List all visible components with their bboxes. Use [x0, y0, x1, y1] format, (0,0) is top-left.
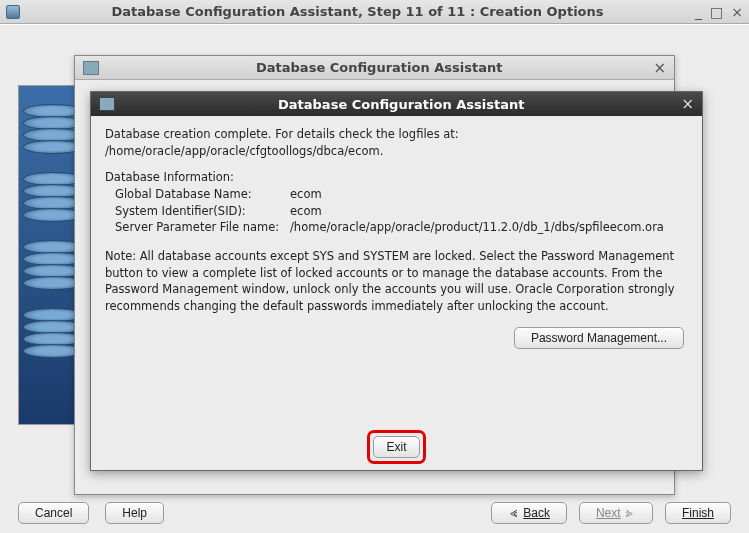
close-button[interactable]: × — [731, 4, 743, 20]
info-row: System Identifier(SID): ecom — [105, 203, 688, 220]
outer-window-body: Database Configuration Assistant × ... D… — [0, 24, 749, 533]
finish-button[interactable]: Finish — [665, 502, 731, 524]
next-arrow-icon: ⪢ — [624, 506, 636, 520]
maximize-button[interactable]: □ — [710, 4, 723, 20]
completion-dialog: Database Configuration Assistant × Datab… — [90, 91, 703, 471]
dialog-icon — [99, 97, 115, 111]
completion-message-line1: Database creation complete. For details … — [105, 126, 688, 143]
completion-dialog-titlebar: Database Configuration Assistant × — [91, 92, 702, 116]
back-button[interactable]: ⪡ Back — [491, 502, 567, 524]
database-info-header: Database Information: — [105, 169, 688, 186]
help-button[interactable]: Help — [105, 502, 164, 524]
outer-window-title: Database Configuration Assistant, Step 1… — [20, 4, 695, 19]
app-icon — [6, 5, 20, 19]
completion-message-line2: /home/oracle/app/oracle/cfgtoollogs/dbca… — [105, 143, 688, 160]
info-row: Server Parameter File name: /home/oracle… — [105, 219, 688, 236]
info-value: /home/oracle/app/oracle/product/11.2.0/d… — [290, 219, 664, 236]
info-label: System Identifier(SID): — [105, 203, 290, 220]
window-controls: _ □ × — [695, 4, 743, 20]
info-row: Global Database Name: ecom — [105, 186, 688, 203]
exit-button[interactable]: Exit — [373, 436, 419, 458]
completion-dialog-title: Database Configuration Assistant — [121, 97, 681, 112]
minimize-button[interactable]: _ — [695, 4, 702, 20]
note-text: Note: All database accounts except SYS a… — [105, 248, 688, 315]
progress-dialog-close-button[interactable]: × — [653, 59, 666, 77]
cancel-button[interactable]: Cancel — [18, 502, 89, 524]
back-arrow-icon: ⪡ — [508, 506, 520, 520]
next-button[interactable]: Next ⪢ — [579, 502, 653, 524]
progress-dialog-title: Database Configuration Assistant — [105, 60, 653, 75]
progress-dialog-titlebar: Database Configuration Assistant × — [75, 56, 674, 80]
completion-dialog-close-button[interactable]: × — [681, 95, 694, 113]
dialog-icon — [83, 61, 99, 75]
wizard-nav-bar: Cancel Help ⪡ Back Next ⪢ Finish — [18, 502, 731, 524]
info-label: Server Parameter File name: — [105, 219, 290, 236]
info-value: ecom — [290, 203, 322, 220]
outer-window-titlebar: Database Configuration Assistant, Step 1… — [0, 0, 749, 24]
info-label: Global Database Name: — [105, 186, 290, 203]
exit-highlight: Exit — [367, 430, 425, 464]
info-value: ecom — [290, 186, 322, 203]
password-management-button[interactable]: Password Management... — [514, 327, 684, 349]
completion-dialog-body: Database creation complete. For details … — [91, 116, 702, 470]
